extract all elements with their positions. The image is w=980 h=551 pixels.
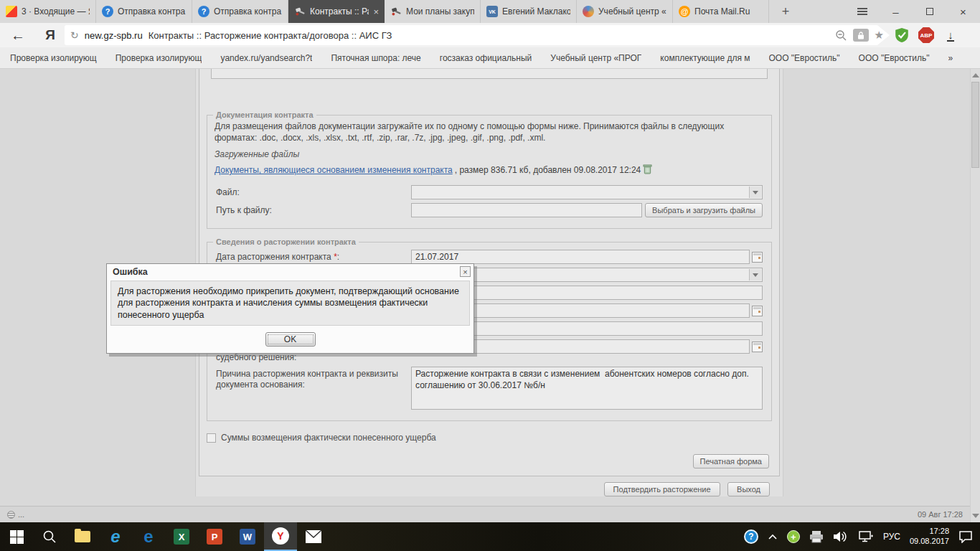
calendar-icon[interactable] [752,252,763,263]
bookmark-item[interactable]: Учебный центр «ПРОГ [550,53,641,63]
action-center-icon[interactable] [958,530,973,543]
url-domain: new.gz-spb.ru [85,30,143,41]
volume-tray-icon[interactable] [833,530,849,543]
word-button[interactable]: W [231,522,264,551]
yandex-mail-icon [6,6,17,17]
window-controls: – × [845,0,980,23]
calendar-icon[interactable] [752,342,763,352]
tab-label: Мои планы закуп [406,6,474,17]
yandex-browser-button[interactable]: Y [264,522,297,551]
reload-icon[interactable]: ↻ [70,29,79,41]
start-button[interactable] [0,522,33,551]
confirm-termination-button[interactable]: Подтвердить расторжение [604,482,720,496]
browser-menu-button[interactable] [845,0,879,23]
tray-clock[interactable]: 17:28 09.08.2017 [910,527,949,547]
close-button[interactable]: × [946,0,980,23]
adguard-extension-button[interactable] [890,27,914,43]
new-tab-button[interactable]: + [769,0,802,23]
file-select[interactable] [411,185,763,199]
chevron-down-icon[interactable] [749,187,761,198]
abp-extension-button[interactable]: ABP [914,27,938,43]
chevron-down-icon[interactable] [749,269,761,281]
file-explorer-button[interactable] [66,522,99,551]
zoom-out-icon[interactable] [835,29,847,42]
tab-label: Почта Mail.Ru [694,6,763,17]
bookmark-star-icon[interactable]: ★ [875,29,884,42]
bookmark-item[interactable]: yandex.ru/yandsearch?t [220,53,312,63]
lock-icon[interactable] [853,29,869,42]
exit-button[interactable]: Выход [727,482,770,496]
tray-date: 09.08.2017 [910,537,949,545]
bookmark-item[interactable]: Проверка изолирующ [116,53,202,63]
file-path-input[interactable] [411,203,642,217]
tab-send-contract-2[interactable]: ? Отправка контра [192,0,288,23]
tab-mail-inbox[interactable]: 3 · Входящие — Я [0,0,96,23]
tab-mailru[interactable]: @ Почта Mail.Ru [673,0,769,23]
termination-date-input[interactable] [411,250,750,264]
taskbar-search-button[interactable] [33,522,66,551]
tab-training-center[interactable]: Учебный центр « [577,0,673,23]
edge-button[interactable]: e [132,522,165,551]
bookmark-item[interactable]: Пяточная шпора: лече [331,53,420,63]
damages-checkbox[interactable] [207,433,216,443]
internet-explorer-icon: e [110,527,120,547]
antivirus-tray-icon[interactable]: + [787,530,800,543]
dialog-title: Ошибка [107,264,473,279]
powerpoint-button[interactable]: P [198,522,231,551]
uploaded-files-label: Загруженные файлы [215,149,764,159]
excel-button[interactable]: X [165,522,198,551]
web-page: Документация контракта Для размещения фа… [0,69,970,506]
scroll-down-icon[interactable] [972,514,979,518]
url-field[interactable]: ↻ new.gz-spb.ru Контракты :: Расторжение… [65,25,890,45]
bookmark-item[interactable]: госзаказ официальный [440,53,532,63]
windows-taskbar: e e X P W Y ? + РУС 17:28 09.08.201 [0,522,980,551]
network-tray-icon[interactable] [858,530,874,543]
scrollbar-thumb[interactable] [971,82,979,168]
bookmarks-overflow-chevron[interactable]: » [948,53,953,63]
printer-tray-icon[interactable] [809,530,824,543]
bookmark-item[interactable]: комплектующие для м [660,53,750,63]
file-link[interactable]: Документы, являющиеся основанием изменен… [215,165,453,175]
tab-send-contract-1[interactable]: ? Отправка контра [96,0,192,23]
yandex-logo[interactable]: Я [36,27,65,43]
language-indicator[interactable]: РУС [883,532,900,542]
scroll-up-icon[interactable] [972,73,979,77]
choose-upload-files-button[interactable]: Выбрать и загрузить файлы [645,203,763,217]
mail-app-button[interactable] [297,522,330,551]
internet-explorer-button[interactable]: e [99,522,132,551]
powerpoint-icon: P [207,529,222,545]
help-tray-icon[interactable]: ? [744,529,758,544]
dialog-ok-button[interactable]: OK [265,332,316,347]
damages-checkbox-label: Суммы возмещения фактически понесенного … [221,433,436,443]
dialog-close-button[interactable]: × [460,266,471,277]
bookmark-item[interactable]: ООО "Евростиль" [859,53,930,63]
damages-checkbox-row: Суммы возмещения фактически понесенного … [207,433,775,443]
tab-vk-profile[interactable]: VK Евгений Маклако [481,0,577,23]
bookmark-item[interactable]: ООО "Евростиль" [769,53,840,63]
download-icon: ↓ [947,29,954,42]
back-button[interactable]: ← [0,27,36,44]
tab-contracts-active[interactable]: Контракты :: Ра × [288,0,385,23]
bookmark-item[interactable]: Проверка изолирующ [10,53,97,63]
tab-procurement-plans[interactable]: Мои планы закуп [385,0,481,23]
show-hidden-icons-chevron[interactable] [768,534,778,540]
minimize-button[interactable]: – [879,0,913,23]
delete-file-icon[interactable] [643,164,652,176]
contract-documentation-section: Документация контракта Для размещения фа… [207,110,772,229]
search-icon [42,529,57,544]
tray-time: 17:28 [929,527,949,535]
downloads-button[interactable]: ↓ [938,29,963,42]
gavel-icon [294,6,306,17]
restore-button[interactable] [913,0,946,23]
calendar-icon[interactable] [752,306,763,316]
mailru-icon: @ [679,6,690,17]
termination-reason-textarea[interactable]: Расторжение контракта в связи с изменени… [411,367,763,410]
page-scrollbar[interactable] [970,69,980,522]
tab-label: Евгений Маклако [502,6,570,17]
gavel-icon [390,6,402,17]
menu-icon [857,8,867,15]
tab-close-icon[interactable]: × [373,6,379,17]
print-form-button[interactable]: Печатная форма [693,454,769,468]
folder-icon [75,531,90,542]
tab-label: Отправка контра [118,6,186,17]
